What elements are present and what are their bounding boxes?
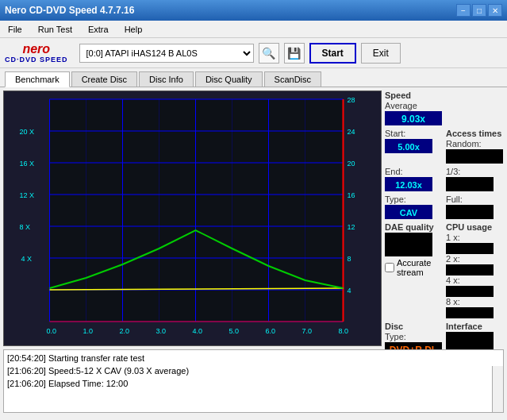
cpu-4x-value xyxy=(446,286,494,297)
accurate-stream-row: Accuratestream xyxy=(385,258,443,277)
tab-create-disc[interactable]: Create Disc xyxy=(71,71,137,87)
accurate-stream-checkbox[interactable] xyxy=(385,263,394,272)
speed-type-col: Type: CAV xyxy=(385,195,443,219)
svg-text:12: 12 xyxy=(348,223,355,231)
svg-text:2.0: 2.0 xyxy=(120,327,130,335)
menu-file[interactable]: File xyxy=(3,23,27,36)
log-text-0: Starting transfer rate test xyxy=(48,353,144,363)
log-content: [20:54:20] Starting transfer rate test [… xyxy=(4,350,503,391)
speed-start-col: Start: 5.00x xyxy=(385,129,443,164)
cpu-col: CPU usage 1 x: 2 x: 4 x: 8 x: xyxy=(446,222,504,318)
log-scrollbar[interactable] xyxy=(492,366,503,412)
speed-type-label: Type: xyxy=(385,195,443,204)
toolbar-icon-1[interactable]: 🔍 xyxy=(259,43,279,64)
maximize-button[interactable]: □ xyxy=(472,4,486,17)
access-random-label: Random: xyxy=(446,139,504,148)
tab-bar: Benchmark Create Disc Disc Info Disc Qua… xyxy=(0,68,507,87)
tab-scandisc[interactable]: ScanDisc xyxy=(264,71,321,87)
access-random-col: Access times Random: xyxy=(446,129,504,164)
exit-button[interactable]: Exit xyxy=(361,43,401,64)
cpu-8x-value xyxy=(446,307,494,318)
svg-text:8: 8 xyxy=(348,255,351,263)
svg-text:16: 16 xyxy=(348,191,355,199)
access-title: Access times xyxy=(446,129,504,138)
log-entry-0: [20:54:20] Starting transfer rate test xyxy=(7,352,500,364)
svg-text:3.0: 3.0 xyxy=(156,327,167,335)
svg-text:4 X: 4 X xyxy=(21,255,33,263)
svg-text:8.0: 8.0 xyxy=(339,327,349,335)
disc-type-label: Type: xyxy=(385,332,443,341)
cpu-8x-label: 8 x: xyxy=(446,297,504,306)
log-entry-2: [21:06:20] Elapsed Time: 12:00 xyxy=(7,377,500,390)
access-third-label: 1/3: xyxy=(446,167,504,176)
speed-end-row: End: 12.03x 1/3: xyxy=(385,167,504,191)
menu-help[interactable]: Help xyxy=(120,23,148,36)
cpu-2x-value xyxy=(446,264,494,276)
speed-end-value: 12.03x xyxy=(385,177,432,191)
tab-benchmark[interactable]: Benchmark xyxy=(5,71,70,87)
tab-disc-info[interactable]: Disc Info xyxy=(139,71,194,87)
speed-section: Speed Average 9.03x xyxy=(385,91,504,125)
dae-col: DAE quality Accuratestream xyxy=(385,222,443,318)
svg-text:28: 28 xyxy=(348,96,355,104)
speed-details: Start: 5.00x Access times Random: xyxy=(385,129,504,164)
minimize-button[interactable]: − xyxy=(456,4,471,17)
speed-average-label: Average xyxy=(385,101,504,110)
access-third-col: 1/3: xyxy=(446,167,504,191)
svg-text:24: 24 xyxy=(348,128,355,136)
access-full-col: Full: xyxy=(446,195,504,219)
speed-start-label: Start: xyxy=(385,129,443,138)
access-full-value xyxy=(446,205,494,219)
speed-end-label: End: xyxy=(385,167,443,176)
log-time-2: [21:06:20] xyxy=(7,379,46,388)
interface-title: Interface xyxy=(446,322,504,331)
benchmark-chart: 20 X 16 X 12 X 8 X 4 X 28 24 20 16 12 8 … xyxy=(4,91,381,345)
speed-title: Speed xyxy=(385,91,504,100)
dae-cpu-row: DAE quality Accuratestream CPU usage 1 x… xyxy=(385,222,504,318)
svg-text:4: 4 xyxy=(348,287,351,295)
main-area: 20 X 16 X 12 X 8 X 4 X 28 24 20 16 12 8 … xyxy=(0,87,507,349)
log-entry-1: [21:06:20] Speed:5-12 X CAV (9.03 X aver… xyxy=(7,364,500,377)
close-button[interactable]: ✕ xyxy=(488,4,502,17)
dae-value xyxy=(385,233,432,256)
svg-text:16 X: 16 X xyxy=(20,160,35,168)
menu-extra[interactable]: Extra xyxy=(83,23,113,36)
log-time-0: [20:54:20] xyxy=(7,353,46,363)
access-full-label: Full: xyxy=(446,195,504,204)
disc-title: Disc xyxy=(385,322,443,331)
window-title: Nero CD-DVD Speed 4.7.7.16 xyxy=(5,5,134,16)
speed-end-col: End: 12.03x xyxy=(385,167,443,191)
svg-text:20: 20 xyxy=(348,160,355,168)
cpu-1x-label: 1 x: xyxy=(446,233,504,242)
cpu-1x-value xyxy=(446,243,494,254)
svg-text:7.0: 7.0 xyxy=(302,327,313,335)
title-bar: Nero CD-DVD Speed 4.7.7.16 − □ ✕ xyxy=(0,0,507,21)
access-third-value xyxy=(446,177,494,191)
svg-text:6.0: 6.0 xyxy=(266,327,276,335)
right-panel: Speed Average 9.03x Start: 5.00x Access … xyxy=(385,91,504,346)
log-area: [20:54:20] Starting transfer rate test [… xyxy=(3,349,504,413)
access-random-value xyxy=(446,149,503,164)
cpu-title: CPU usage xyxy=(446,222,504,232)
cpu-2x-label: 2 x: xyxy=(446,254,504,264)
speed-average-value: 9.03x xyxy=(385,111,442,125)
menu-run-test[interactable]: Run Test xyxy=(33,23,77,36)
dae-title: DAE quality xyxy=(385,222,443,232)
cpu-4x-label: 4 x: xyxy=(446,276,504,285)
nero-logo-subtitle: CD·DVD SPEED xyxy=(5,56,68,64)
toolbar: nero CD·DVD SPEED [0:0] ATAPI iHAS124 B … xyxy=(0,38,507,68)
svg-text:12 X: 12 X xyxy=(20,191,35,199)
log-text-1: Speed:5-12 X CAV (9.03 X average) xyxy=(48,366,189,376)
speed-type-row: Type: CAV Full: xyxy=(385,195,504,219)
svg-text:0.0: 0.0 xyxy=(47,327,57,335)
svg-text:5.0: 5.0 xyxy=(229,327,240,335)
window-controls: − □ ✕ xyxy=(456,4,502,17)
tab-disc-quality[interactable]: Disc Quality xyxy=(195,71,263,87)
menu-bar: File Run Test Extra Help xyxy=(0,21,507,38)
svg-text:8 X: 8 X xyxy=(20,223,31,231)
start-button[interactable]: Start xyxy=(309,43,356,64)
drive-selector[interactable]: [0:0] ATAPI iHAS124 B AL0S xyxy=(79,44,254,63)
toolbar-icon-2[interactable]: 💾 xyxy=(284,43,305,64)
log-text-2: Elapsed Time: 12:00 xyxy=(48,379,128,388)
svg-text:1.0: 1.0 xyxy=(83,327,94,335)
